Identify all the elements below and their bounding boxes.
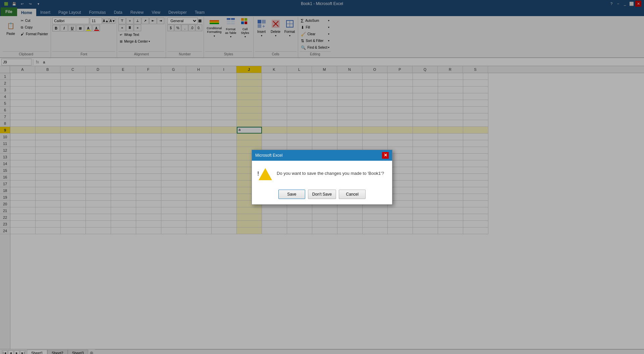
cancel-button[interactable]: Cancel (339, 190, 366, 199)
save-button[interactable]: Save (278, 190, 305, 199)
dialog-close-btn[interactable]: ✕ (382, 152, 389, 159)
warning-triangle-container: ! (259, 168, 272, 180)
warning-exclaim: ! (257, 171, 259, 177)
modal-overlay: Microsoft Excel ✕ ! Do you want to save … (0, 0, 644, 354)
warning-triangle (259, 168, 272, 180)
dialog-title: Microsoft Excel (255, 153, 282, 158)
dont-save-button[interactable]: Don't Save (308, 190, 336, 199)
dialog-title-bar: Microsoft Excel ✕ (252, 150, 392, 161)
save-dialog: Microsoft Excel ✕ ! Do you want to save … (252, 150, 392, 205)
dialog-message: Do you want to save the changes you made… (277, 167, 384, 177)
dialog-body: ! Do you want to save the changes you ma… (252, 161, 392, 186)
warning-icon: ! (259, 167, 272, 181)
dialog-buttons: Save Don't Save Cancel (252, 186, 392, 204)
